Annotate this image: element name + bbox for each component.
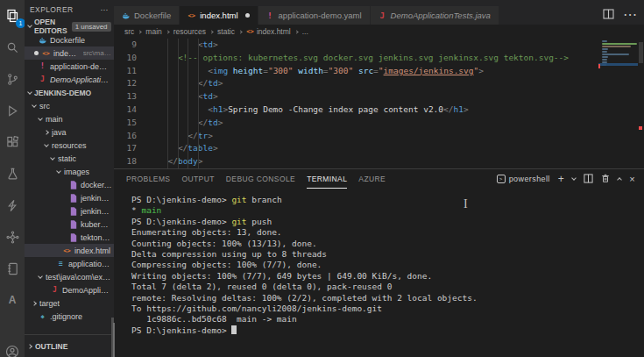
chevron-down-icon	[50, 155, 55, 161]
tab-application-demo.yaml[interactable]: !application-demo.yaml	[258, 6, 371, 25]
terminal-line: Compressing objects: 100% (7/7), done.	[131, 260, 644, 270]
tree-item[interactable]: jenkins.svg	[25, 191, 114, 204]
code-editor[interactable]: 9 <td>10 <!-- options: kubernetes.svg do…	[114, 39, 644, 168]
breadcrumb-item[interactable]: static	[217, 27, 235, 36]
breadcrumb-item[interactable]: ...	[302, 27, 308, 36]
split-editor-icon[interactable]	[603, 7, 614, 23]
open-editors-list: Dockerfile<>index.htmlsrc\main\re...!app…	[25, 33, 114, 86]
tree-item[interactable]: java	[25, 125, 114, 139]
shell-label: powershell	[509, 175, 550, 183]
chevron-down-icon	[27, 89, 32, 95]
chevron-right-icon	[238, 30, 242, 33]
java-file-icon: J	[51, 286, 59, 295]
close-panel-icon[interactable]: ×	[629, 174, 635, 184]
code-text: <!-- options: kubernetes.svg docker.svg …	[145, 52, 569, 65]
code-line: 15 </td>	[114, 117, 644, 130]
tree-item[interactable]: images	[25, 165, 114, 178]
minimap[interactable]	[602, 40, 638, 167]
terminal-output[interactable]: PS D:\jenkins-demo> git branch* mainPS D…	[114, 189, 644, 336]
tree-item[interactable]: ≡application.properties	[25, 257, 114, 270]
split-terminal-icon[interactable]	[584, 174, 593, 185]
tree-item[interactable]: <>index.html	[25, 244, 114, 257]
minimap-line	[602, 56, 608, 58]
tab-index.html[interactable]: <>index.html	[180, 6, 258, 25]
source-control-icon[interactable]	[2, 68, 23, 89]
more-actions-icon[interactable]: ⋯	[623, 6, 637, 23]
open-editor-item[interactable]: Dockerfile	[25, 33, 114, 46]
panel-tab-debug-console[interactable]: DEBUG CONSOLE	[226, 169, 295, 189]
code-line: 14 <h1>Spring Demo -Change index page co…	[114, 104, 644, 117]
svg-file-icon	[69, 194, 77, 203]
terminal-line: Enumerating objects: 13, done.	[131, 227, 644, 238]
tree-item-label: application.properties	[68, 260, 112, 268]
breadcrumb-item[interactable]: main	[145, 27, 161, 36]
chevron-down-icon[interactable]	[571, 175, 577, 181]
terminal-line: To https://github.com/nancyli2008/jenkin…	[131, 303, 644, 314]
tab-label: application-demo.yaml	[279, 11, 362, 20]
maximize-panel-icon[interactable]	[617, 177, 622, 182]
terminal-line: Writing objects: 100% (7/7), 649 bytes |…	[131, 271, 644, 282]
panel-tab-azure[interactable]: AZURE	[358, 169, 386, 189]
azure-a-icon[interactable]: A	[2, 289, 23, 311]
overview-ruler[interactable]	[638, 39, 644, 168]
test-beaker-icon[interactable]	[2, 163, 23, 184]
gitignore-file-icon: ◆	[39, 312, 46, 321]
shell-selector[interactable]: > powershell	[497, 175, 550, 183]
tree-item[interactable]: docker.svg	[25, 178, 114, 191]
more-actions-icon[interactable]: ⋯	[101, 5, 110, 14]
resize-sash[interactable]	[113, 323, 115, 357]
modified-dot-icon	[34, 51, 39, 55]
tree-item[interactable]: src	[25, 99, 114, 112]
panel-tab-problems[interactable]: PROBLEMS	[126, 169, 170, 189]
breadcrumb-item[interactable]: resources	[173, 27, 206, 36]
tree-item[interactable]: target	[25, 296, 114, 310]
chevron-right-icon	[138, 30, 142, 33]
code-text: <h1>Spring Demo -Change index page conte…	[145, 104, 469, 117]
tree-item[interactable]: static	[25, 152, 114, 165]
terminal-line: Delta compression using up to 8 threads	[131, 249, 644, 260]
search-icon[interactable]	[2, 37, 23, 58]
run-debug-icon[interactable]	[2, 100, 23, 121]
open-editors-header[interactable]: OPEN EDITORS 1 unsaved	[25, 19, 114, 33]
tree-item[interactable]: jenkinsx.svg	[25, 204, 114, 218]
vscode-window: 1A EXPLORER ⋯ OPEN EDITORS 1 unsaved Doc…	[0, 0, 644, 357]
chevron-right-icon	[294, 30, 298, 33]
open-editor-item[interactable]: <>index.htmlsrc\main\re...	[25, 46, 114, 60]
svg-file-icon	[69, 233, 77, 242]
open-editor-label: Dockerfile	[50, 36, 85, 45]
tree-item[interactable]: ◆.gitignore	[25, 310, 114, 323]
minimap-line	[602, 59, 607, 61]
tree-item-label: DemoApplicationTests.ja...	[62, 286, 112, 295]
panel-tab-output[interactable]: OUTPUT	[181, 169, 214, 189]
tab-DemoApplicationTests.java[interactable]: JDemoApplicationTests.java	[371, 6, 499, 25]
breadcrumb-item[interactable]: index.html	[257, 27, 291, 36]
code-line: 12 </td>	[114, 77, 644, 90]
tree-item[interactable]: kubernetes.svg	[25, 218, 114, 231]
notebook-icon[interactable]	[2, 258, 23, 279]
tree-item[interactable]: resources	[25, 139, 114, 152]
kill-terminal-icon[interactable]	[601, 174, 610, 185]
code-text: </td>	[145, 77, 223, 90]
extensions-icon[interactable]	[2, 132, 23, 153]
code-text: </body>	[145, 155, 203, 168]
line-number: 14	[114, 104, 145, 117]
breadcrumb-item[interactable]: src	[124, 27, 134, 36]
open-editor-item[interactable]: !application-demo.yaml	[25, 60, 114, 73]
tree-item[interactable]: JDemoApplicationTests.ja...	[25, 283, 114, 296]
tree-item[interactable]: test\java\com\example...	[25, 270, 114, 283]
panel-tab-terminal[interactable]: TERMINAL	[307, 169, 347, 189]
tree-item[interactable]: main	[25, 112, 114, 125]
explorer-icon[interactable]: 1	[2, 5, 23, 26]
lightning-icon[interactable]	[2, 195, 23, 216]
tree-item[interactable]: tekton.svg	[25, 231, 114, 244]
outline-section[interactable]: OUTLINE	[25, 334, 114, 357]
project-root-row[interactable]: JENKINS-DEMO	[25, 86, 114, 99]
open-editors-label: OPEN EDITORS	[34, 18, 67, 35]
minimap-change-marker	[598, 64, 600, 68]
docker-file-icon	[39, 36, 46, 45]
drone-icon[interactable]	[2, 226, 23, 247]
new-terminal-icon[interactable]: +	[558, 173, 564, 185]
open-editor-item[interactable]: JDemoApplicationTests....	[25, 73, 114, 86]
tab-Dockerfile[interactable]: Dockerfile	[114, 6, 180, 25]
account-icon[interactable]	[2, 341, 23, 357]
